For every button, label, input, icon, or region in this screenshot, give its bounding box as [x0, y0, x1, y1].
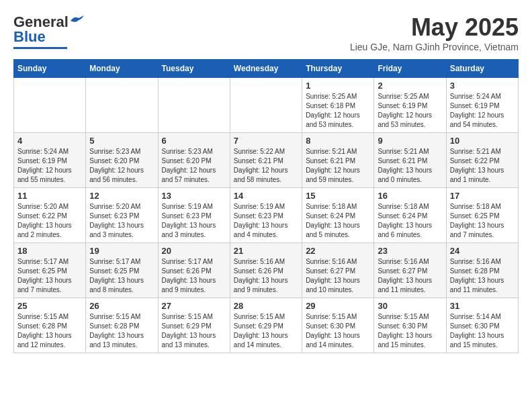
table-row [86, 78, 158, 133]
day-number: 16 [378, 191, 442, 201]
col-saturday: Saturday [446, 60, 518, 78]
day-info: Sunrise: 5:20 AM Sunset: 6:22 PM Dayligh… [17, 202, 82, 240]
calendar-table: Sunday Monday Tuesday Wednesday Thursday… [13, 59, 519, 353]
day-number: 5 [89, 136, 154, 146]
location-subtitle: Lieu GJe, Nam GJinh Province, Vietnam [350, 42, 519, 52]
day-number: 12 [89, 191, 154, 201]
day-info: Sunrise: 5:18 AM Sunset: 6:24 PM Dayligh… [306, 202, 370, 240]
table-row [230, 78, 302, 133]
day-info: Sunrise: 5:18 AM Sunset: 6:25 PM Dayligh… [450, 202, 515, 240]
col-thursday: Thursday [302, 60, 374, 78]
day-number: 13 [162, 191, 226, 201]
table-row: 2Sunrise: 5:25 AM Sunset: 6:19 PM Daylig… [374, 78, 446, 133]
day-info: Sunrise: 5:16 AM Sunset: 6:26 PM Dayligh… [234, 257, 298, 295]
table-row: 18Sunrise: 5:17 AM Sunset: 6:25 PM Dayli… [14, 243, 86, 298]
table-row: 27Sunrise: 5:15 AM Sunset: 6:29 PM Dayli… [158, 298, 230, 353]
table-row: 30Sunrise: 5:15 AM Sunset: 6:30 PM Dayli… [374, 298, 446, 353]
table-row: 31Sunrise: 5:14 AM Sunset: 6:30 PM Dayli… [446, 298, 518, 353]
day-info: Sunrise: 5:22 AM Sunset: 6:21 PM Dayligh… [234, 147, 298, 185]
day-number: 1 [306, 81, 370, 91]
day-number: 19 [89, 246, 154, 256]
day-info: Sunrise: 5:23 AM Sunset: 6:20 PM Dayligh… [162, 147, 226, 185]
table-row: 4Sunrise: 5:24 AM Sunset: 6:19 PM Daylig… [14, 133, 86, 188]
table-row: 9Sunrise: 5:21 AM Sunset: 6:21 PM Daylig… [374, 133, 446, 188]
day-info: Sunrise: 5:18 AM Sunset: 6:24 PM Dayligh… [378, 202, 442, 240]
day-number: 20 [162, 246, 226, 256]
day-number: 26 [89, 301, 154, 311]
day-number: 11 [17, 191, 82, 201]
day-info: Sunrise: 5:19 AM Sunset: 6:23 PM Dayligh… [162, 202, 226, 240]
day-info: Sunrise: 5:21 AM Sunset: 6:22 PM Dayligh… [450, 147, 515, 185]
logo-underline [13, 47, 67, 49]
day-number: 29 [306, 301, 370, 311]
calendar-week-row: 25Sunrise: 5:15 AM Sunset: 6:28 PM Dayli… [14, 298, 519, 353]
day-info: Sunrise: 5:15 AM Sunset: 6:30 PM Dayligh… [378, 312, 442, 350]
table-row: 3Sunrise: 5:24 AM Sunset: 6:19 PM Daylig… [446, 78, 518, 133]
day-info: Sunrise: 5:17 AM Sunset: 6:25 PM Dayligh… [17, 257, 82, 295]
table-row: 15Sunrise: 5:18 AM Sunset: 6:24 PM Dayli… [302, 188, 374, 243]
table-row: 19Sunrise: 5:17 AM Sunset: 6:25 PM Dayli… [86, 243, 158, 298]
day-info: Sunrise: 5:15 AM Sunset: 6:28 PM Dayligh… [17, 312, 82, 350]
month-title: May 2025 [350, 13, 519, 42]
day-info: Sunrise: 5:15 AM Sunset: 6:28 PM Dayligh… [89, 312, 154, 350]
table-row: 14Sunrise: 5:19 AM Sunset: 6:23 PM Dayli… [230, 188, 302, 243]
table-row: 24Sunrise: 5:16 AM Sunset: 6:28 PM Dayli… [446, 243, 518, 298]
day-number: 4 [17, 136, 82, 146]
day-number: 10 [450, 136, 515, 146]
logo: General Blue [13, 13, 84, 49]
day-number: 15 [306, 191, 370, 201]
table-row [158, 78, 230, 133]
day-info: Sunrise: 5:14 AM Sunset: 6:30 PM Dayligh… [450, 312, 515, 350]
page-header: General Blue May 2025 Lieu GJe, Nam GJin… [13, 13, 519, 52]
table-row: 10Sunrise: 5:21 AM Sunset: 6:22 PM Dayli… [446, 133, 518, 188]
day-info: Sunrise: 5:20 AM Sunset: 6:23 PM Dayligh… [89, 202, 154, 240]
day-info: Sunrise: 5:16 AM Sunset: 6:27 PM Dayligh… [378, 257, 442, 295]
day-info: Sunrise: 5:16 AM Sunset: 6:28 PM Dayligh… [450, 257, 515, 295]
day-number: 22 [306, 246, 370, 256]
logo-bird-icon [69, 15, 84, 26]
table-row: 12Sunrise: 5:20 AM Sunset: 6:23 PM Dayli… [86, 188, 158, 243]
table-row: 6Sunrise: 5:23 AM Sunset: 6:20 PM Daylig… [158, 133, 230, 188]
day-info: Sunrise: 5:17 AM Sunset: 6:26 PM Dayligh… [162, 257, 226, 295]
day-number: 14 [234, 191, 298, 201]
table-row: 1Sunrise: 5:25 AM Sunset: 6:18 PM Daylig… [302, 78, 374, 133]
table-row: 22Sunrise: 5:16 AM Sunset: 6:27 PM Dayli… [302, 243, 374, 298]
calendar-week-row: 18Sunrise: 5:17 AM Sunset: 6:25 PM Dayli… [14, 243, 519, 298]
day-info: Sunrise: 5:24 AM Sunset: 6:19 PM Dayligh… [450, 92, 515, 130]
col-wednesday: Wednesday [230, 60, 302, 78]
table-row: 7Sunrise: 5:22 AM Sunset: 6:21 PM Daylig… [230, 133, 302, 188]
day-info: Sunrise: 5:24 AM Sunset: 6:19 PM Dayligh… [17, 147, 82, 185]
table-row: 28Sunrise: 5:15 AM Sunset: 6:29 PM Dayli… [230, 298, 302, 353]
day-number: 24 [450, 246, 515, 256]
day-number: 25 [17, 301, 82, 311]
table-row: 11Sunrise: 5:20 AM Sunset: 6:22 PM Dayli… [14, 188, 86, 243]
table-row: 5Sunrise: 5:23 AM Sunset: 6:20 PM Daylig… [86, 133, 158, 188]
table-row: 13Sunrise: 5:19 AM Sunset: 6:23 PM Dayli… [158, 188, 230, 243]
day-number: 6 [162, 136, 226, 146]
day-info: Sunrise: 5:25 AM Sunset: 6:19 PM Dayligh… [378, 92, 442, 130]
day-number: 8 [306, 136, 370, 146]
day-number: 7 [234, 136, 298, 146]
day-number: 27 [162, 301, 226, 311]
day-info: Sunrise: 5:25 AM Sunset: 6:18 PM Dayligh… [306, 92, 370, 130]
day-info: Sunrise: 5:15 AM Sunset: 6:30 PM Dayligh… [306, 312, 370, 350]
day-info: Sunrise: 5:16 AM Sunset: 6:27 PM Dayligh… [306, 257, 370, 295]
day-number: 28 [234, 301, 298, 311]
table-row [14, 78, 86, 133]
table-row: 23Sunrise: 5:16 AM Sunset: 6:27 PM Dayli… [374, 243, 446, 298]
col-monday: Monday [86, 60, 158, 78]
table-row: 20Sunrise: 5:17 AM Sunset: 6:26 PM Dayli… [158, 243, 230, 298]
day-info: Sunrise: 5:19 AM Sunset: 6:23 PM Dayligh… [234, 202, 298, 240]
day-number: 21 [234, 246, 298, 256]
table-row: 16Sunrise: 5:18 AM Sunset: 6:24 PM Dayli… [374, 188, 446, 243]
calendar-header-row: Sunday Monday Tuesday Wednesday Thursday… [14, 60, 519, 78]
col-friday: Friday [374, 60, 446, 78]
table-row: 21Sunrise: 5:16 AM Sunset: 6:26 PM Dayli… [230, 243, 302, 298]
day-number: 9 [378, 136, 442, 146]
day-info: Sunrise: 5:23 AM Sunset: 6:20 PM Dayligh… [89, 147, 154, 185]
day-number: 23 [378, 246, 442, 256]
day-number: 2 [378, 81, 442, 91]
logo-blue: Blue [13, 28, 46, 46]
day-info: Sunrise: 5:21 AM Sunset: 6:21 PM Dayligh… [306, 147, 370, 185]
table-row: 25Sunrise: 5:15 AM Sunset: 6:28 PM Dayli… [14, 298, 86, 353]
